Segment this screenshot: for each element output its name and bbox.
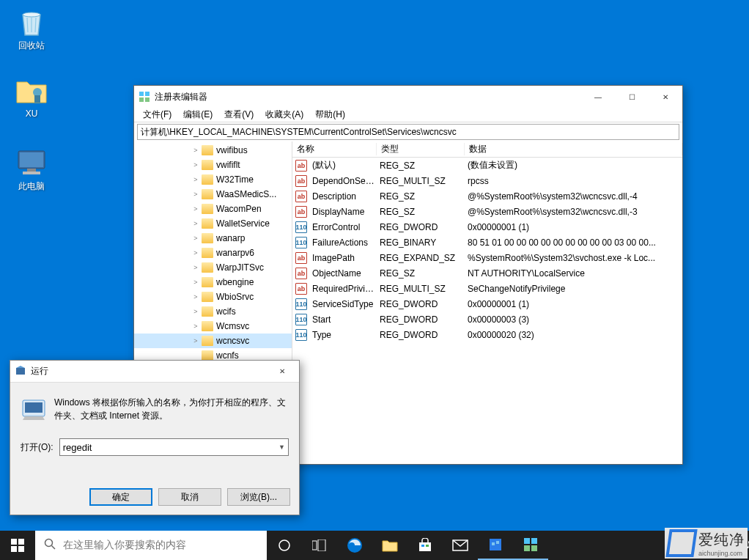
run-message: Windows 将根据你所输入的名称，为你打开相应的程序、文件夹、文档或 Int… <box>54 396 289 422</box>
taskbar-edge-icon[interactable] <box>337 531 372 560</box>
svg-point-0 <box>23 12 40 17</box>
expand-icon[interactable]: > <box>191 235 200 242</box>
value-row[interactable]: 110ServiceSidTypeREG_DWORD0x00000001 (1) <box>292 296 682 312</box>
tree-item[interactable]: >vwifibus <box>134 143 292 158</box>
expand-icon[interactable]: > <box>191 205 200 213</box>
run-browse-button[interactable]: 浏览(B)... <box>227 488 290 506</box>
tree-item[interactable]: >WaaSMedicS... <box>134 187 292 202</box>
taskbar-app-icon[interactable] <box>478 531 513 560</box>
tree-item[interactable]: >W32Time <box>134 172 292 187</box>
taskbar-taskview-icon[interactable] <box>302 531 337 560</box>
tree-item[interactable]: >WacomPen <box>134 202 292 216</box>
run-app-icon <box>15 366 26 377</box>
svg-rect-15 <box>18 539 24 545</box>
regedit-titlebar[interactable]: 注册表编辑器 — ☐ ✕ <box>134 86 682 108</box>
expand-icon[interactable]: > <box>191 161 200 169</box>
tree-item[interactable]: >wbengine <box>134 275 292 290</box>
tree-item[interactable]: >wanarpv6 <box>134 246 292 260</box>
desktop-icon-this-pc[interactable]: 此电脑 <box>6 147 57 193</box>
svg-rect-11 <box>16 368 25 375</box>
expand-icon[interactable]: > <box>191 176 200 183</box>
close-button[interactable]: ✕ <box>649 86 682 108</box>
taskbar-cortana-icon[interactable] <box>267 531 302 560</box>
run-ok-button[interactable]: 确定 <box>89 488 152 506</box>
value-type: REG_BINARY <box>377 237 465 248</box>
regedit-address-bar[interactable]: 计算机\HKEY_LOCAL_MACHINE\SYSTEM\CurrentCon… <box>137 124 679 140</box>
desktop-icon-xu-folder[interactable]: XU <box>6 75 57 119</box>
folder-icon <box>202 336 213 346</box>
expand-icon[interactable]: > <box>191 264 200 271</box>
menu-view[interactable]: 查看(V) <box>218 108 259 121</box>
taskbar-explorer-icon[interactable] <box>372 531 407 560</box>
regedit-values-panel[interactable]: 名称 类型 数据 ab(默认)REG_SZ(数值未设置)abDependOnSe… <box>292 141 682 463</box>
menu-file[interactable]: 文件(F) <box>137 108 177 121</box>
value-row[interactable]: abDependOnSer...REG_MULTI_SZrpcss <box>292 173 682 188</box>
folder-icon <box>202 306 213 317</box>
run-open-combobox[interactable]: regedit ▼ <box>59 438 289 456</box>
run-title: 运行 <box>31 365 265 377</box>
run-cancel-button[interactable]: 取消 <box>158 488 221 506</box>
svg-rect-14 <box>11 539 17 545</box>
svg-rect-4 <box>20 152 43 167</box>
run-titlebar[interactable]: 运行 ✕ <box>10 361 299 383</box>
menu-help[interactable]: 帮助(H) <box>309 108 351 121</box>
column-header-type[interactable]: 类型 <box>377 143 465 155</box>
value-data: rpcss <box>465 176 682 186</box>
taskbar: 在这里输入你要搜索的内容 ˄ 𝅘𝅥𝅮 <box>0 531 749 560</box>
svg-rect-9 <box>139 97 144 102</box>
expand-icon[interactable]: > <box>191 147 200 154</box>
tree-item[interactable]: >WbioSrvc <box>134 290 292 304</box>
value-row[interactable]: 110TypeREG_DWORD0x00000020 (32) <box>292 327 682 342</box>
value-row[interactable]: 110StartREG_DWORD0x00000003 (3) <box>292 312 682 327</box>
value-data: 0x00000001 (1) <box>465 222 682 232</box>
desktop-icon-recycle-bin[interactable]: 回收站 <box>6 6 57 52</box>
tree-item[interactable]: >Wcmsvc <box>134 319 292 334</box>
value-row[interactable]: abDisplayNameREG_SZ@%SystemRoot%\system3… <box>292 204 682 219</box>
tree-item[interactable]: >WarpJITSvc <box>134 260 292 275</box>
watermark: 爱纯净 aichunjing.com <box>665 528 748 559</box>
expand-icon[interactable]: > <box>191 220 200 227</box>
svg-rect-24 <box>419 542 431 551</box>
run-close-button[interactable]: ✕ <box>265 361 299 382</box>
tree-item[interactable]: >vwififlt <box>134 158 292 172</box>
tree-item-label: wanarpv6 <box>216 248 254 258</box>
start-button[interactable] <box>0 531 35 560</box>
expand-icon[interactable]: > <box>191 191 200 198</box>
value-row[interactable]: abRequiredPrivile...REG_MULTI_SZSeChange… <box>292 281 682 296</box>
value-row[interactable]: 110FailureActionsREG_BINARY80 51 01 00 0… <box>292 235 682 250</box>
menu-edit[interactable]: 编辑(E) <box>177 108 218 121</box>
tree-item[interactable]: >wcncsvc <box>134 334 292 348</box>
value-data: 80 51 01 00 00 00 00 00 00 00 00 00 03 0… <box>465 237 682 248</box>
tree-item-label: wcncsvc <box>216 336 249 346</box>
value-row[interactable]: abImagePathREG_EXPAND_SZ%SystemRoot%\Sys… <box>292 250 682 265</box>
binary-value-icon: 110 <box>295 221 307 233</box>
menu-favorites[interactable]: 收藏夹(A) <box>259 108 309 121</box>
value-row[interactable]: abDescriptionREG_SZ@%SystemRoot%\system3… <box>292 188 682 204</box>
tree-item[interactable]: >WalletService <box>134 216 292 231</box>
taskbar-store-icon[interactable] <box>407 531 443 560</box>
expand-icon[interactable]: > <box>191 308 200 315</box>
value-name: ObjectName <box>310 268 377 279</box>
expand-icon[interactable]: > <box>191 293 200 301</box>
tree-item[interactable]: >wcifs <box>134 304 292 319</box>
minimize-button[interactable]: — <box>581 86 615 108</box>
value-row[interactable]: ab(默认)REG_SZ(数值未设置) <box>292 158 682 173</box>
tree-item[interactable]: >wanarp <box>134 231 292 246</box>
expand-icon[interactable]: > <box>191 249 200 257</box>
taskbar-search-box[interactable]: 在这里输入你要搜索的内容 <box>35 531 267 560</box>
string-value-icon: ab <box>295 191 307 202</box>
value-type: REG_DWORD <box>377 330 465 340</box>
value-row[interactable]: 110ErrorControlREG_DWORD0x00000001 (1) <box>292 219 682 235</box>
recycle-bin-icon <box>15 6 48 38</box>
value-row[interactable]: abObjectNameREG_SZNT AUTHORITY\LocalServ… <box>292 265 682 281</box>
column-header-data[interactable]: 数据 <box>465 143 682 155</box>
value-type: REG_SZ <box>377 268 465 279</box>
folder-icon <box>202 248 213 258</box>
taskbar-regedit-icon[interactable] <box>513 531 548 560</box>
expand-icon[interactable]: > <box>191 337 200 345</box>
expand-icon[interactable]: > <box>191 323 200 330</box>
expand-icon[interactable]: > <box>191 279 200 286</box>
column-header-name[interactable]: 名称 <box>292 143 377 155</box>
maximize-button[interactable]: ☐ <box>615 86 649 108</box>
taskbar-mail-icon[interactable] <box>443 531 478 560</box>
